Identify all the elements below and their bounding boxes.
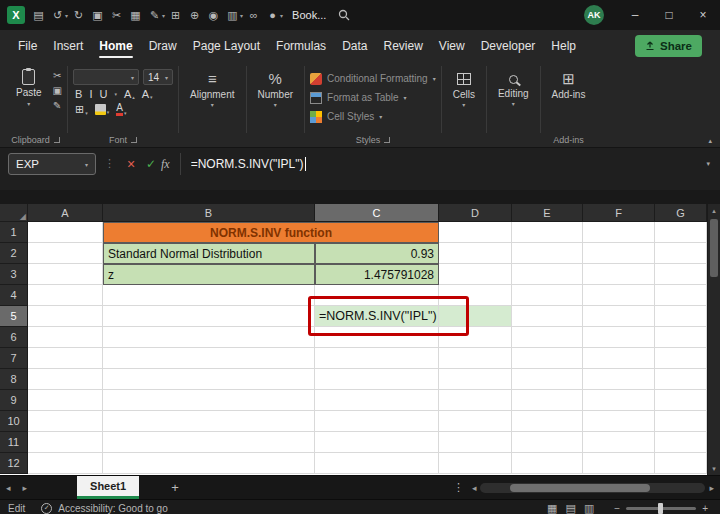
- vertical-scroll-track[interactable]: [708, 217, 720, 462]
- cell-B4[interactable]: [103, 285, 315, 306]
- cell-F10[interactable]: [583, 411, 655, 432]
- cell-C3[interactable]: 1.475791028: [315, 264, 439, 285]
- cell-G3[interactable]: [655, 264, 707, 285]
- cell-F4[interactable]: [583, 285, 655, 306]
- cell-A3[interactable]: [28, 264, 103, 285]
- cell-F11[interactable]: [583, 432, 655, 453]
- maximize-button[interactable]: □: [652, 0, 686, 30]
- zoom-in-button[interactable]: +: [702, 503, 708, 514]
- cell-B9[interactable]: [103, 390, 315, 411]
- cell-B11[interactable]: [103, 432, 315, 453]
- cell-C11[interactable]: [315, 432, 439, 453]
- name-box[interactable]: EXP ▾: [8, 153, 96, 175]
- format-as-table-button[interactable]: Format as Table▾: [310, 89, 407, 106]
- cell-G11[interactable]: [655, 432, 707, 453]
- vertical-scroll-thumb[interactable]: [710, 219, 718, 277]
- cell-B7[interactable]: [103, 348, 315, 369]
- zoom-slider[interactable]: [626, 507, 696, 510]
- column-header-D[interactable]: D: [439, 204, 512, 222]
- cell-C5[interactable]: =NORM.S.INV("IPL"): [315, 306, 439, 327]
- cell-A7[interactable]: [28, 348, 103, 369]
- row-header-8[interactable]: 8: [0, 369, 28, 390]
- scroll-right-icon[interactable]: ▸: [709, 483, 714, 493]
- cell-B6[interactable]: [103, 327, 315, 348]
- column-header-E[interactable]: E: [512, 204, 583, 222]
- scroll-up-icon[interactable]: ▴: [712, 204, 716, 217]
- enter-button[interactable]: ✓: [141, 153, 161, 175]
- cell-F3[interactable]: [583, 264, 655, 285]
- sheet-tab-sheet1[interactable]: Sheet1: [77, 476, 139, 499]
- menu-tab-developer[interactable]: Developer: [473, 30, 544, 62]
- save-icon[interactable]: ▤: [29, 4, 48, 26]
- paste-button[interactable]: Paste ▾: [9, 66, 49, 112]
- dropdown-chevron-icon[interactable]: ▾: [162, 12, 165, 19]
- vertical-scrollbar[interactable]: ▴ ▾: [707, 204, 720, 475]
- cell-styles-button[interactable]: Cell Styles▾: [310, 108, 382, 125]
- cell-D9[interactable]: [439, 390, 512, 411]
- dropdown-chevron-icon[interactable]: ▾: [280, 12, 283, 19]
- alignment-button[interactable]: ≡ Alignment ▾: [184, 66, 240, 108]
- row-header-5[interactable]: 5: [0, 306, 28, 327]
- horizontal-scroll-thumb[interactable]: [510, 484, 650, 492]
- cell-E11[interactable]: [512, 432, 583, 453]
- picture-icon[interactable]: ▦: [126, 4, 145, 26]
- cell-E9[interactable]: [512, 390, 583, 411]
- column-header-C[interactable]: C: [315, 204, 439, 222]
- addins-button[interactable]: ⊞ Add-ins: [546, 66, 592, 100]
- horizontal-scroll-track[interactable]: [480, 483, 705, 493]
- cell-D2[interactable]: [439, 243, 512, 264]
- zoom-slider-thumb[interactable]: [658, 503, 663, 514]
- cell-A5[interactable]: [28, 306, 103, 327]
- cell-A9[interactable]: [28, 390, 103, 411]
- new-sheet-button[interactable]: +: [171, 480, 179, 495]
- cell-F12[interactable]: [583, 453, 655, 474]
- cell-E3[interactable]: [512, 264, 583, 285]
- link-icon[interactable]: ∞: [244, 4, 263, 26]
- cell-B12[interactable]: [103, 453, 315, 474]
- cut-button[interactable]: ✂: [53, 70, 62, 82]
- row-header-2[interactable]: 2: [0, 243, 28, 264]
- row-header-12[interactable]: 12: [0, 453, 28, 474]
- column-header-F[interactable]: F: [583, 204, 655, 222]
- row-header-7[interactable]: 7: [0, 348, 28, 369]
- excel-logo-icon[interactable]: X: [7, 6, 25, 24]
- cell-E12[interactable]: [512, 453, 583, 474]
- menu-tab-insert[interactable]: Insert: [45, 30, 91, 62]
- editing-button[interactable]: Editing ▾: [492, 66, 535, 107]
- cell-B5[interactable]: [103, 306, 315, 327]
- cell-B1[interactable]: NORM.S.INV function: [103, 222, 439, 243]
- copy-icon[interactable]: ▣: [88, 4, 107, 26]
- horizontal-scrollbar[interactable]: ◂ ▸: [472, 483, 714, 493]
- cell-C9[interactable]: [315, 390, 439, 411]
- menu-tab-help[interactable]: Help: [543, 30, 584, 62]
- cell-D11[interactable]: [439, 432, 512, 453]
- italic-button[interactable]: I: [89, 88, 92, 100]
- cell-G6[interactable]: [655, 327, 707, 348]
- styles-dialog-launcher-icon[interactable]: [384, 137, 390, 143]
- decrease-font-button[interactable]: A▾: [142, 88, 153, 100]
- cell-D7[interactable]: [439, 348, 512, 369]
- format-painter-button[interactable]: ✎: [53, 100, 62, 112]
- cells-button[interactable]: Cells ▾: [447, 66, 481, 108]
- cell-D3[interactable]: [439, 264, 512, 285]
- camera-icon[interactable]: ◉: [204, 4, 223, 26]
- next-sheet-icon[interactable]: ▸: [17, 483, 34, 493]
- cell-G10[interactable]: [655, 411, 707, 432]
- cell-F1[interactable]: [583, 222, 655, 243]
- more-sheets-button[interactable]: ⋮: [445, 481, 472, 494]
- cancel-button[interactable]: ×: [121, 153, 141, 175]
- previous-sheet-icon[interactable]: ◂: [0, 483, 17, 493]
- cell-C10[interactable]: [315, 411, 439, 432]
- formula-bar-handle[interactable]: ⋮: [104, 157, 115, 170]
- select-all-corner[interactable]: ◢: [0, 204, 28, 222]
- clipboard-dialog-launcher-icon[interactable]: [54, 137, 60, 143]
- cell-E7[interactable]: [512, 348, 583, 369]
- underline-button[interactable]: U: [99, 88, 107, 100]
- cell-C7[interactable]: [315, 348, 439, 369]
- menu-tab-view[interactable]: View: [431, 30, 473, 62]
- cell-A2[interactable]: [28, 243, 103, 264]
- dropdown-chevron-icon[interactable]: ▾: [240, 12, 243, 19]
- cell-E2[interactable]: [512, 243, 583, 264]
- number-button[interactable]: % Number ▾: [252, 66, 300, 108]
- cell-G1[interactable]: [655, 222, 707, 243]
